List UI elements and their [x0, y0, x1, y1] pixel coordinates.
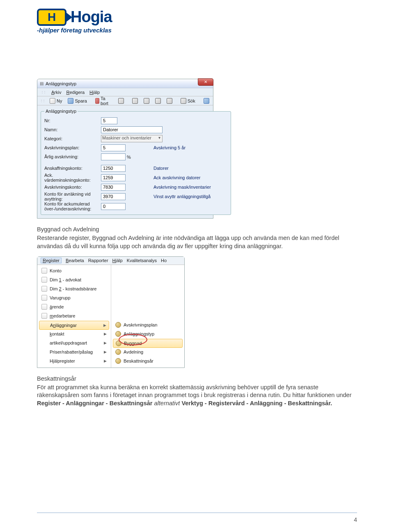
logo-tagline: -hjälper företag utvecklas [37, 27, 357, 34]
menu-item-dim2[interactable]: Dim 2 - kostnadsbärare [39, 285, 109, 294]
anskaff-label: Anskaffningskonto: [44, 166, 98, 171]
logo-mark: H [37, 9, 66, 26]
section2-heading: Beskattningsår [37, 375, 357, 382]
print-icon [118, 98, 124, 104]
doc-icon [41, 304, 47, 310]
menu-rapporter[interactable]: Rapporter [88, 258, 108, 263]
delete-icon [95, 98, 99, 104]
delete-button[interactable]: Ta bort [94, 96, 112, 106]
gear-icon [115, 331, 121, 337]
menu-item-hjalpregister[interactable]: Hjälpregister▶ [39, 357, 109, 366]
nav-first-button[interactable] [131, 98, 140, 104]
menu-item-medarbetare[interactable]: medarbetare [39, 312, 109, 321]
close-button[interactable]: ✕ [198, 78, 213, 86]
group-legend: Anläggningstyp [44, 109, 78, 114]
menubar: ⋮⋮ Arkiv Redigera Hjälp [37, 88, 213, 96]
menu-hjalp2[interactable]: Hjälp [112, 258, 123, 263]
avskriv-label: Avskrivningskonto: [44, 185, 98, 190]
titlebar: ▤ Anläggningstyp ✕ [37, 79, 213, 88]
avrak-label: Konto för avräkning vid avyttring: [44, 192, 98, 201]
menu-item-arende[interactable]: ärende [39, 303, 109, 312]
annotation-ellipse [119, 334, 147, 345]
menu-item-anlaggningar[interactable]: Anläggningar▶ [39, 321, 109, 330]
nr-input[interactable] [101, 117, 117, 124]
ack-desc: Ack avskrivning datorer [153, 175, 227, 180]
menu-hjalp[interactable]: Hjälp [89, 90, 100, 95]
doc-icon [41, 313, 47, 319]
menu-register[interactable]: Register [41, 258, 62, 263]
doc-icon [41, 268, 47, 274]
doc-icon [41, 295, 47, 301]
menu-ho[interactable]: Ho [161, 258, 167, 263]
avrak-input[interactable] [101, 193, 126, 200]
menu-bearbeta[interactable]: Bearbeta [66, 258, 84, 263]
menubar2: Register Bearbeta Rapporter Hjälp Kvalit… [37, 257, 184, 265]
page-number: 4 [354, 516, 357, 523]
submenu-beskattningsar[interactable]: Beskattningsår [113, 357, 183, 366]
menu-item-artikel[interactable]: artikel/uppdragsart▶ [39, 339, 109, 348]
kategori-select[interactable]: Maskiner och inventarier [101, 135, 163, 142]
namn-input[interactable] [101, 126, 163, 133]
ackum-label: Konto för ackumulerad över-/underavskriv… [44, 201, 98, 211]
nav-last-icon [167, 98, 172, 104]
avskriv-input[interactable] [101, 184, 126, 191]
doc-icon [41, 277, 47, 283]
section1-heading: Byggnad och Avdelning [37, 226, 357, 233]
arlig-input[interactable] [101, 153, 126, 160]
section2-body: För att programmet ska kunna beräkna en … [37, 384, 357, 408]
submenu-arrow-icon: ▶ [104, 350, 107, 354]
save-icon [68, 98, 73, 104]
nav-last-button[interactable] [165, 98, 174, 104]
window-title: Anläggningstyp [46, 81, 76, 86]
nav-next-button[interactable] [153, 98, 163, 104]
ack-input[interactable] [101, 174, 126, 181]
app-icon: ▤ [40, 81, 44, 86]
menu-item-konto[interactable]: Konto [39, 267, 109, 276]
doc-icon [41, 286, 47, 292]
anskaff-desc: Datorer [153, 166, 227, 171]
help-icon [204, 98, 209, 104]
menu-item-dim1[interactable]: Dim 1 - advokat [39, 276, 109, 285]
group-anlaggningstyp: Anläggningstyp Nr: Namn: Kategori: Maski… [41, 109, 231, 215]
menu-item-varugrupp[interactable]: Varugrupp [39, 294, 109, 303]
nav-first-icon [132, 98, 138, 104]
help-button[interactable] [202, 98, 211, 104]
path-strong-2: Verktyg - Registervård - Anläggning - Be… [181, 400, 332, 406]
arlig-label: Årlig avskrivning: [44, 154, 98, 159]
section1-body: Resterande register, Byggnad och Avdelni… [37, 234, 357, 250]
menu-redigera[interactable]: Redigera [66, 90, 85, 95]
ackum-input[interactable] [101, 203, 126, 210]
new-button[interactable]: Ny [48, 98, 64, 104]
toolbar-grip: ⋮⋮ [40, 99, 45, 103]
menu-right-panel: Avskrivningsplan Anläggningstyp Byggnad … [111, 265, 184, 368]
nav-prev-button[interactable] [142, 98, 151, 104]
toolbar: ⋮⋮ Ny Spara Ta bort Sök [37, 96, 213, 105]
nav-prev-icon [144, 98, 149, 104]
avplan-input[interactable] [101, 144, 126, 151]
submenu-avskrivningsplan[interactable]: Avskrivningsplan [113, 321, 183, 330]
avskriv-desc: Avskrivning mask/inventarier [153, 185, 227, 190]
menu-kvalitet[interactable]: Kvalitetsanalys [127, 258, 157, 263]
submenu-arrow-icon: ▶ [104, 359, 107, 363]
print-button[interactable] [117, 98, 126, 104]
menubar-grip: ⋮⋮ [41, 90, 46, 94]
save-button[interactable]: Spara [66, 98, 88, 104]
search-button[interactable]: Sök [179, 98, 197, 104]
screenshot-anlaggningstyp: ▤ Anläggningstyp ✕ ⋮⋮ Arkiv Redigera Hjä… [37, 79, 213, 219]
menu-item-priser[interactable]: Priser/rabatter/påslag▶ [39, 348, 109, 357]
submenu-arrow-icon: ▶ [104, 341, 107, 345]
menu-arkiv[interactable]: Arkiv [51, 90, 61, 95]
menu-left-panel: Konto Dim 1 - advokat Dim 2 - kostnadsbä… [37, 265, 111, 368]
nr-label: Nr: [44, 118, 98, 123]
submenu-avdelning[interactable]: Avdelning [113, 348, 183, 357]
screenshot-register-menu: Register Bearbeta Rapporter Hjälp Kvalit… [37, 256, 185, 368]
submenu-arrow-icon: ▶ [103, 323, 106, 327]
avrak-desc: Vinst avyttr anläggningstillgå [153, 194, 227, 199]
anskaff-input[interactable] [101, 165, 126, 172]
gear-icon [115, 322, 121, 328]
submenu-arrow-icon: ▶ [104, 332, 107, 336]
search-icon [181, 98, 186, 104]
menu-item-kontakt[interactable]: kontakt▶ [39, 330, 109, 339]
nav-next-icon [155, 98, 161, 104]
avplan-desc: Avskrivning 5 år [153, 145, 227, 150]
